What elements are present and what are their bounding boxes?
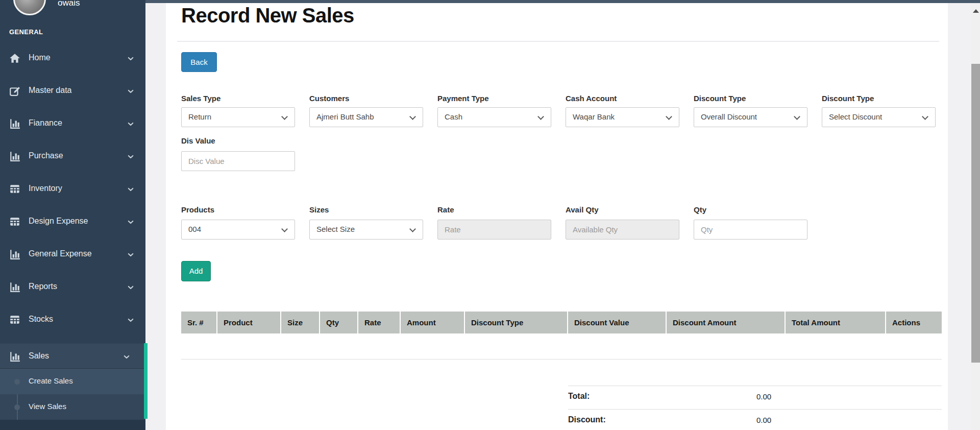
divider: [568, 409, 942, 410]
discount-type-2-select[interactable]: Select Discount: [822, 107, 936, 127]
edit-icon: [9, 85, 20, 97]
sizes-label: Sizes: [309, 205, 329, 214]
discount-value: 0.00: [756, 416, 771, 424]
sidebar-item-inventory[interactable]: Inventory: [0, 179, 145, 199]
available-qty-input: [566, 220, 679, 240]
chevron-down-icon: [127, 284, 134, 291]
sidebar-item-master-data[interactable]: Master data: [0, 81, 145, 101]
page-title: Record New Sales: [181, 4, 354, 27]
sidebar-item-design-expense[interactable]: Design Expense: [0, 211, 145, 232]
chevron-down-icon: [666, 113, 672, 120]
bullet-icon: [14, 379, 20, 385]
avail-qty-label: Avail Qty: [566, 205, 598, 214]
username: owais: [58, 0, 80, 8]
rate-label: Rate: [437, 205, 454, 214]
column-header: Product: [217, 312, 281, 333]
cash-account-label: Cash Account: [566, 94, 617, 103]
sidebar-item-sales[interactable]: Sales: [0, 343, 145, 369]
sales-items-table-header: Sr. # Product Size Qty Rate Amount Disco…: [181, 312, 942, 333]
qty-input[interactable]: [694, 220, 807, 240]
column-header: Discount Type: [465, 312, 568, 333]
table-icon: [9, 314, 20, 325]
table-icon: [9, 183, 20, 195]
chevron-down-icon: [537, 113, 544, 120]
bar-chart-icon: [9, 118, 20, 129]
dis-value-label: Dis Value: [181, 136, 215, 145]
discount-type-label: Discount Type: [694, 94, 746, 103]
column-header: Actions: [886, 312, 942, 333]
payment-type-select[interactable]: Cash: [437, 107, 551, 127]
home-icon: [9, 53, 20, 64]
content-card: [166, 3, 948, 430]
sidebar-footer: [0, 420, 145, 430]
sidebar-item-reports[interactable]: Reports: [0, 277, 145, 297]
chevron-down-icon: [922, 113, 928, 120]
scroll-up-arrow[interactable]: [973, 9, 979, 13]
sales-type-label: Sales Type: [181, 94, 220, 103]
table-icon: [9, 216, 20, 227]
scrollbar-thumb[interactable]: [971, 64, 980, 363]
back-button[interactable]: Back: [181, 52, 217, 72]
column-header: Amount: [401, 312, 465, 333]
total-value: 0.00: [756, 392, 771, 401]
divider: [177, 41, 939, 42]
sidebar-item-home[interactable]: Home: [0, 48, 145, 68]
chevron-down-icon: [127, 317, 134, 324]
qty-label: Qty: [694, 205, 706, 214]
top-bar: [145, 0, 980, 3]
sidebar-item-view-sales[interactable]: View Sales: [0, 394, 145, 420]
discount-label: Discount:: [568, 415, 606, 424]
total-label: Total:: [568, 392, 590, 401]
column-header: Total Amount: [786, 312, 886, 333]
add-button[interactable]: Add: [181, 261, 211, 281]
sidebar-item-fianance[interactable]: Fianance: [0, 113, 145, 134]
active-section-accent: [144, 343, 148, 419]
products-select[interactable]: 004: [181, 220, 295, 240]
chevron-down-icon: [127, 186, 134, 193]
sidebar-item-create-sales[interactable]: Create Sales: [0, 369, 145, 394]
divider: [568, 386, 942, 386]
bar-chart-icon: [9, 151, 20, 162]
sales-type-select[interactable]: Return: [181, 107, 295, 127]
rate-input: [437, 220, 551, 240]
chevron-down-icon: [281, 226, 288, 232]
sidebar-section-label: GENERAL: [9, 28, 43, 36]
column-header: Rate: [358, 312, 401, 333]
sidebar-item-stocks[interactable]: Stocks: [0, 309, 145, 330]
chevron-down-icon: [127, 251, 134, 258]
chevron-down-icon: [127, 88, 134, 95]
disc-value-input[interactable]: [181, 151, 295, 171]
chevron-down-icon: [409, 113, 416, 120]
chevron-down-icon: [127, 219, 134, 226]
sidebar-item-purchase[interactable]: Purchase: [0, 146, 145, 166]
discount-type-select[interactable]: Overall Discount: [694, 107, 807, 127]
chevron-down-icon: [794, 113, 800, 120]
column-header: Size: [281, 312, 320, 333]
discount-type-2-label: Discount Type: [822, 94, 874, 103]
products-label: Products: [181, 205, 214, 214]
payment-type-label: Payment Type: [437, 94, 489, 103]
customers-select[interactable]: Ajmeri Butt Sahb: [309, 107, 423, 127]
column-header: Sr. #: [181, 312, 217, 333]
bar-chart-icon: [9, 281, 20, 293]
sidebar: owais GENERAL Home Master data: [0, 0, 145, 430]
chevron-down-icon: [127, 153, 134, 160]
scrollbar[interactable]: [971, 3, 980, 430]
user-avatar: [13, 0, 46, 15]
chevron-down-icon: [127, 55, 134, 62]
bullet-icon: [14, 404, 20, 410]
bar-chart-icon: [9, 249, 20, 260]
chevron-down-icon: [409, 226, 416, 232]
table-bottom-border: [181, 359, 942, 360]
chevron-down-icon: [127, 121, 134, 128]
sidebar-item-general-expense[interactable]: General Expense: [0, 244, 145, 265]
sales-submenu: Create Sales View Sales: [0, 369, 145, 420]
chevron-down-icon: [123, 353, 130, 361]
column-header: Discount Value: [568, 312, 667, 333]
customers-label: Customers: [309, 94, 349, 103]
cash-account-select[interactable]: Waqar Bank: [566, 107, 679, 127]
bar-chart-icon: [9, 351, 20, 362]
app-screen: owais GENERAL Home Master data: [0, 0, 980, 430]
column-header: Qty: [320, 312, 358, 333]
sizes-select[interactable]: Select Size: [309, 220, 423, 240]
